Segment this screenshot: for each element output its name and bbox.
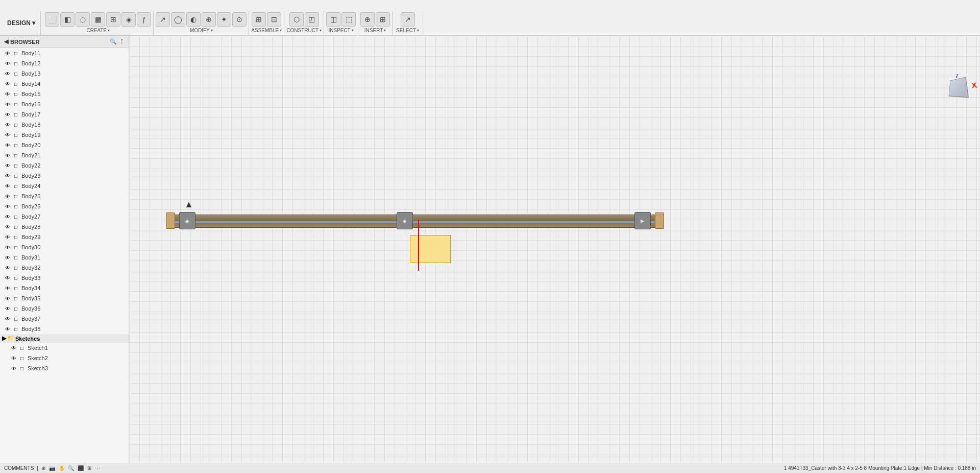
visibility-icon[interactable]: 👁: [4, 162, 11, 169]
select-checkbox[interactable]: □: [12, 182, 19, 190]
browser-sketch-item[interactable]: 👁 □ Sketch3: [0, 363, 129, 373]
visibility-icon[interactable]: 👁: [4, 244, 11, 251]
select-checkbox[interactable]: □: [18, 354, 26, 362]
select-checkbox[interactable]: □: [18, 344, 26, 351]
combine-icon[interactable]: ⊙: [232, 12, 247, 27]
as-built-icon[interactable]: ⊡: [267, 12, 281, 27]
chamfer-icon[interactable]: ⊕: [202, 12, 216, 27]
visibility-icon[interactable]: 👁: [4, 90, 11, 98]
more-icon[interactable]: ⋯: [95, 465, 100, 471]
select-checkbox[interactable]: □: [12, 295, 19, 302]
offset-plane-icon[interactable]: ⬡: [289, 12, 304, 27]
select-icon[interactable]: ↗: [401, 12, 415, 27]
browser-body-item[interactable]: 👁 □ Body30: [0, 242, 129, 252]
cursor-icon[interactable]: ⊕: [41, 465, 45, 471]
visibility-icon[interactable]: 👁: [4, 233, 11, 241]
browser-body-item[interactable]: 👁 □ Body16: [0, 99, 129, 109]
browser-body-item[interactable]: 👁 □ Body15: [0, 89, 129, 99]
grid-icon[interactable]: ⊞: [87, 465, 91, 471]
visibility-icon[interactable]: 👁: [4, 213, 11, 220]
browser-body-item[interactable]: 👁 □ Body25: [0, 191, 129, 201]
visibility-icon[interactable]: 👁: [4, 182, 11, 190]
select-checkbox[interactable]: □: [12, 213, 19, 220]
select-checkbox[interactable]: □: [12, 90, 19, 98]
select-checkbox[interactable]: □: [12, 80, 19, 87]
select-checkbox[interactable]: □: [12, 60, 19, 67]
browser-body-item[interactable]: 👁 □ Body38: [0, 324, 129, 334]
select-checkbox[interactable]: □: [12, 131, 19, 138]
visibility-icon[interactable]: 👁: [4, 325, 11, 333]
comments-label[interactable]: COMMENTS: [4, 465, 34, 471]
select-checkbox[interactable]: □: [12, 121, 19, 128]
visibility-icon[interactable]: 👁: [4, 315, 11, 322]
browser-body-item[interactable]: 👁 □ Body34: [0, 283, 129, 293]
visibility-icon[interactable]: 👁: [4, 152, 11, 159]
select-checkbox[interactable]: □: [12, 70, 19, 77]
visibility-icon[interactable]: 👁: [4, 254, 11, 261]
nav-cube[interactable]: Z X: [944, 74, 970, 100]
browser-body-item[interactable]: 👁 □ Body12: [0, 58, 129, 68]
rib-icon[interactable]: ◈: [121, 12, 136, 27]
select-checkbox[interactable]: □: [12, 152, 19, 159]
revolve-icon[interactable]: ◌: [76, 12, 90, 27]
visibility-icon[interactable]: 👁: [4, 60, 11, 67]
browser-body-item[interactable]: 👁 □ Body14: [0, 79, 129, 89]
visibility-icon[interactable]: 👁: [4, 223, 11, 230]
insert-svg-icon[interactable]: ⊞: [376, 12, 390, 27]
fillet-icon[interactable]: ◐: [186, 12, 201, 27]
browser-body-item[interactable]: 👁 □ Body18: [0, 120, 129, 130]
visibility-icon[interactable]: 👁: [10, 365, 17, 372]
select-checkbox[interactable]: □: [12, 172, 19, 179]
visibility-icon[interactable]: 👁: [10, 354, 17, 362]
camera-icon[interactable]: 📷: [49, 465, 55, 471]
select-checkbox[interactable]: □: [12, 244, 19, 251]
browser-body-item[interactable]: 👁 □ Body26: [0, 201, 129, 211]
select-checkbox[interactable]: □: [12, 233, 19, 241]
browser-body-item[interactable]: 👁 □ Body31: [0, 252, 129, 263]
visibility-icon[interactable]: 👁: [4, 101, 11, 108]
shell-icon[interactable]: ✦: [217, 12, 231, 27]
inspect-label[interactable]: INSPECT ▾: [328, 28, 353, 33]
browser-body-item[interactable]: 👁 □ Body28: [0, 222, 129, 232]
browser-search-icon[interactable]: 🔍: [110, 38, 117, 45]
browser-body-item[interactable]: 👁 □ Body33: [0, 273, 129, 283]
browser-body-item[interactable]: 👁 □ Body24: [0, 181, 129, 191]
press-pull-icon[interactable]: ◯: [171, 12, 185, 27]
visibility-icon[interactable]: 👁: [4, 121, 11, 128]
pan-icon[interactable]: ✋: [59, 465, 65, 471]
sketches-section-header[interactable]: ▶ 📁 Sketches: [0, 334, 129, 343]
browser-body-item[interactable]: 👁 □ Body20: [0, 140, 129, 150]
visibility-icon[interactable]: 👁: [4, 295, 11, 302]
visibility-icon[interactable]: 👁: [4, 50, 11, 57]
zoom-icon[interactable]: 🔍: [68, 465, 74, 471]
browser-options-icon[interactable]: ⋮: [119, 38, 125, 45]
visibility-icon[interactable]: 👁: [4, 305, 11, 312]
browser-sketch-item[interactable]: 👁 □ Sketch2: [0, 353, 129, 363]
browser-body-item[interactable]: 👁 □ Body19: [0, 130, 129, 140]
select-checkbox[interactable]: □: [12, 254, 19, 261]
browser-body-item[interactable]: 👁 □ Body29: [0, 232, 129, 242]
visibility-icon[interactable]: 👁: [10, 344, 17, 351]
move-icon[interactable]: ↗: [156, 12, 170, 27]
canvas[interactable]: Z X ▲ ◈ ◈ ▶: [129, 36, 980, 463]
measure-icon[interactable]: ◫: [326, 12, 340, 27]
construct-label[interactable]: CONSTRUCT ▾: [286, 28, 322, 33]
midplane-icon[interactable]: ◰: [305, 12, 319, 27]
visibility-icon[interactable]: 👁: [4, 172, 11, 179]
select-checkbox[interactable]: □: [12, 325, 19, 333]
insert-mcmaster-icon[interactable]: ⊕: [360, 12, 375, 27]
visibility-icon[interactable]: 👁: [4, 141, 11, 149]
browser-body-item[interactable]: 👁 □ Body22: [0, 160, 129, 171]
browser-body-item[interactable]: 👁 □ Body35: [0, 293, 129, 303]
browser-sketch-item[interactable]: 👁 □ Sketch1: [0, 343, 129, 353]
select-checkbox[interactable]: □: [12, 285, 19, 292]
select-checkbox[interactable]: □: [12, 264, 19, 271]
select-checkbox[interactable]: □: [12, 101, 19, 108]
select-checkbox[interactable]: □: [12, 193, 19, 200]
visibility-icon[interactable]: 👁: [4, 193, 11, 200]
insert-label[interactable]: INSERT ▾: [364, 28, 386, 33]
up-arrow-handle[interactable]: ▲: [184, 199, 193, 210]
visibility-icon[interactable]: 👁: [4, 203, 11, 210]
modify-label[interactable]: MODIFY ▾: [190, 28, 213, 33]
select-checkbox[interactable]: □: [12, 305, 19, 312]
